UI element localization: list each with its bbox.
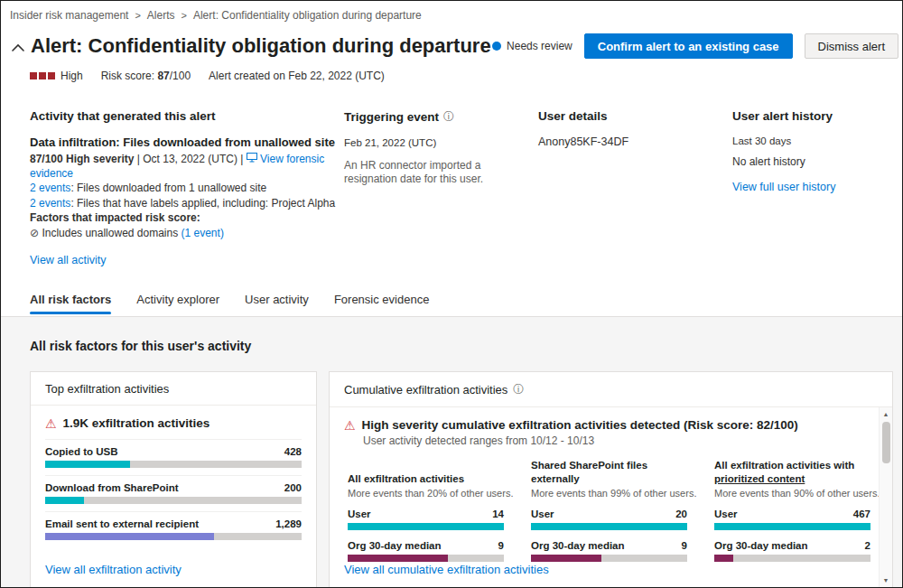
header-actions: Needs review Confirm alert to an existin… [492,33,898,59]
risk-factor-cards: Top exfiltration activities ⚠ 1.9K exfil… [30,371,893,588]
median-bar-track [714,555,870,562]
confirm-alert-button[interactable]: Confirm alert to an existing case [584,33,793,59]
view-all-exfiltration-activity-link[interactable]: View all exfiltration activity [45,563,302,576]
triggering-event-description: An HR connector imported a resignation d… [344,159,538,186]
exfiltration-alert: ⚠ 1.9K exfiltration activities [45,416,302,432]
detection-title: Data infiltration: Files downloaded from… [30,135,344,149]
cumulative-column-shared-sharepoint: Shared SharePoint files externally More … [531,458,687,562]
activity-date-range: User activity detected ranges from 10/12… [363,434,867,447]
severity-detail-line: 87/100 High severity | Oct 13, 2022 (UTC… [30,153,344,181]
history-status: No alert history [732,155,893,168]
bar-track [45,461,302,468]
user-bar-track [714,523,870,530]
tab-all-risk-factors[interactable]: All risk factors [30,293,111,314]
median-bar-track [531,555,687,562]
user-alert-history-heading: User alert history [732,109,893,123]
history-period: Last 30 days [732,135,893,146]
user-bar-fill [714,523,870,530]
breadcrumb-item-current-alert: Alert: Confidentiality obligation during… [193,9,422,22]
card-header: Top exfiltration activities [31,372,316,406]
bar-track [45,533,302,540]
events-link[interactable]: 2 events [30,182,70,194]
severity-label: High [61,70,83,82]
user-bar-fill [531,523,687,530]
events-link[interactable]: 2 events [30,197,70,210]
alert-meta-row: High Risk score: 87/100 Alert created on… [1,59,902,82]
cumulative-column-prioritized-content: All exfiltration activities with priorit… [714,458,870,562]
bar-fill [45,461,130,468]
factors-heading: Factors that impacted risk score: [30,211,344,226]
view-all-cumulative-exfiltration-link[interactable]: View all cumulative exfiltration activit… [344,563,867,576]
unallowed-domain-icon: ⊘ [30,227,39,239]
triggering-event-column: Triggering event ⓘ Feb 21, 2022 (UTC) An… [344,109,538,267]
bar-fill [45,533,214,540]
scrollbar-thumb[interactable] [882,422,890,463]
risk-score: Risk score: 87/100 [101,70,191,82]
card-header: Cumulative exfiltration activities ⓘ [330,372,892,407]
exfiltration-bar-row: Copied to USB428 [45,439,302,468]
alert-header: Alert: Confidentiality obligation during… [1,22,902,59]
scroll-down-arrow-icon[interactable]: ▼ [883,575,889,587]
triggering-event-date: Feb 21, 2022 (UTC) [344,137,538,148]
info-icon[interactable]: ⓘ [443,109,454,125]
alert-created-date: Alert created on Feb 22, 2022 (UTC) [209,70,385,82]
factor-event-link[interactable]: (1 event) [182,227,224,239]
scroll-up-arrow-icon[interactable]: ▲ [883,407,889,419]
view-full-user-history-link[interactable]: View full user history [732,181,835,193]
tab-activity-explorer[interactable]: Activity explorer [136,293,219,314]
breadcrumb-item-alerts[interactable]: Alerts [147,9,175,22]
median-bar-fill [714,555,733,562]
needs-review-dot-icon [492,42,501,51]
user-alert-history-column: User alert history Last 30 days No alert… [732,109,893,267]
section-title: All risk factors for this user's activit… [30,339,893,353]
warning-triangle-icon: ⚠ [45,417,57,430]
user-bar-fill [348,523,504,530]
warning-triangle-icon: ⚠ [344,419,356,432]
status-needs-review: Needs review [492,40,573,52]
user-details-column: User details Anony85KF-34DF [538,109,732,267]
breadcrumb-item-insider-risk-management[interactable]: Insider risk management [10,9,128,22]
bar-fill [45,497,84,504]
event-line: 2 events: Files that have labels applied… [30,197,344,211]
user-bar-track [348,523,504,530]
high-severity-squares-icon [30,72,55,79]
breadcrumb-separator-icon: > [135,10,140,21]
alert-summary: Activity that generated this alert Data … [1,82,902,267]
cumulative-column-all-exfiltration: All exfiltration activities More events … [348,458,504,562]
anonymized-username: Anony85KF-34DF [538,135,732,148]
tab-bar: All risk factors Activity explorer User … [1,293,902,314]
tab-forensic-evidence[interactable]: Forensic evidence [334,293,430,314]
event-line: 2 events: Files downloaded from 1 unallo… [30,182,344,196]
cumulative-alert: ⚠ High severity cumulative exfiltration … [344,418,867,432]
breadcrumb-separator-icon: > [182,10,187,21]
forensic-evidence-icon [247,153,257,165]
tab-user-activity[interactable]: User activity [245,293,309,314]
cumulative-exfiltration-activities-card: Cumulative exfiltration activities ⓘ ⚠ H… [329,371,893,588]
user-bar-track [531,523,687,530]
user-details-heading: User details [538,109,732,123]
view-all-activity-link[interactable]: View all activity [30,254,107,266]
activity-column: Activity that generated this alert Data … [30,109,344,267]
median-bar-fill [348,555,448,562]
dismiss-alert-button[interactable]: Dismiss alert [805,33,898,59]
factor-line: ⊘ Includes unallowed domains (1 event) [30,227,344,241]
exfiltration-bar-row: Email sent to external recipient1,289 [45,511,302,540]
status-label: Needs review [507,40,573,52]
top-exfiltration-activities-card: Top exfiltration activities ⚠ 1.9K exfil… [30,371,317,588]
scrollbar[interactable]: ▲ ▼ [879,407,892,587]
bar-track [45,497,302,504]
median-bar-fill [531,555,601,562]
median-bar-track [348,555,504,562]
collapse-chevron-icon[interactable] [8,43,28,51]
breadcrumb: Insider risk management > Alerts > Alert… [1,1,902,22]
triggering-event-heading: Triggering event ⓘ [344,109,538,125]
info-icon[interactable]: ⓘ [513,382,524,397]
insider-risk-alert-page: Insider risk management > Alerts > Alert… [0,0,903,588]
cumulative-columns: All exfiltration activities More events … [344,458,867,562]
exfiltration-bar-row: Download from SharePoint200 [45,475,302,504]
activity-heading: Activity that generated this alert [30,109,344,123]
risk-factors-section: All risk factors for this user's activit… [1,316,902,587]
page-title: Alert: Confidentiality obligation during… [31,34,491,58]
